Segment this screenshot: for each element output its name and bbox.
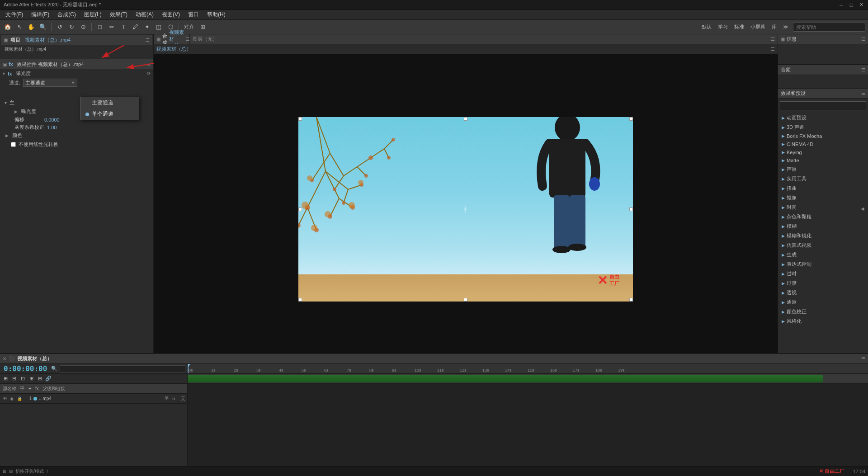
layer-ctrl-2[interactable]: ⊟	[10, 375, 18, 382]
menu-help[interactable]: 帮助(H)	[203, 10, 229, 19]
project-tab[interactable]: 视频素材（总）.mp4	[25, 37, 71, 43]
maximize-button[interactable]: □	[848, 2, 854, 8]
rotate2-tool[interactable]: ↻	[66, 22, 76, 32]
effect-blur[interactable]: ▶ 模糊	[778, 222, 868, 231]
effect-stylize[interactable]: ▶ 风格化	[778, 316, 868, 326]
menu-composition[interactable]: 合成(C)	[54, 10, 80, 19]
effect-3d-channel[interactable]: ▶ 3D 声道	[778, 123, 868, 132]
pen-tool[interactable]: ✏	[107, 22, 117, 32]
effect-generate[interactable]: ▶ 生成	[778, 250, 868, 259]
orbit-tool[interactable]: ⊙	[78, 22, 88, 32]
taskbar-btn-3[interactable]: ↑	[47, 469, 49, 474]
expand-icon[interactable]: ≫	[781, 24, 790, 30]
channel-dropdown-menu[interactable]: 主要通道 单个通道	[80, 97, 139, 120]
search-input[interactable]	[793, 23, 865, 32]
preset-library[interactable]: 库	[770, 24, 778, 30]
menu-layer[interactable]: 图层(L)	[80, 10, 105, 19]
layer-solo[interactable]: ◉	[10, 396, 15, 401]
menu-effects[interactable]: 效果(T)	[106, 10, 131, 19]
timeline-close-icon[interactable]: ✕	[3, 356, 6, 361]
source-tab-label[interactable]: 视频素材（总）	[156, 46, 191, 52]
effect-perspective[interactable]: ▶ 透视	[778, 288, 868, 297]
hand-tool[interactable]: ✋	[26, 22, 36, 32]
color-row[interactable]: ▶ 颜色	[0, 131, 153, 140]
select-tool[interactable]: ↖	[14, 22, 24, 32]
channel-select[interactable]: 主要通道 ▼	[23, 79, 77, 87]
layer-ctrl-4[interactable]: ⊞	[28, 375, 35, 382]
layer-ctrl-3[interactable]: ⊡	[19, 375, 26, 382]
effect-time[interactable]: ▶ 时间	[778, 203, 868, 212]
home-button[interactable]: 🏠	[3, 22, 13, 32]
single-channel-label[interactable]: 单个通道	[92, 110, 113, 118]
preset-small[interactable]: 小屏幕	[749, 24, 767, 30]
close-button[interactable]: ✕	[858, 2, 864, 8]
effect-blur-sharpen[interactable]: ▶ 模糊和锐化	[778, 231, 868, 240]
preset-default[interactable]: 默认	[700, 24, 713, 30]
right-panel-menu[interactable]: ☰	[861, 37, 865, 42]
layer-flat[interactable]: 平	[165, 396, 169, 401]
offset-value[interactable]: 0.0000	[44, 117, 60, 123]
layer-lock[interactable]: 🔒	[17, 396, 23, 401]
preset-learn[interactable]: 学习	[716, 24, 730, 30]
main-channel-label[interactable]: 主要通道	[92, 99, 113, 107]
layer-ctrl-1[interactable]: ⊞	[2, 375, 9, 382]
search-layer-btn[interactable]: 🔍	[51, 365, 58, 372]
window-controls[interactable]: ─ □ ✕	[838, 2, 864, 8]
effects-menu-icon[interactable]: ☰	[146, 62, 151, 67]
effect-obsolete[interactable]: ▶ 过时	[778, 269, 868, 278]
effect-expression[interactable]: ▶ 表达式控制	[778, 259, 868, 269]
text-tool[interactable]: T	[118, 22, 128, 32]
menu-file[interactable]: 文件(F)	[2, 10, 27, 19]
effect-channel[interactable]: ▶ 声道	[778, 165, 868, 174]
effect-simulation[interactable]: ▶ 仿真式视频	[778, 240, 868, 250]
audio-menu[interactable]: ☰	[861, 67, 865, 72]
effects-search-input[interactable]	[780, 101, 866, 110]
taskbar-btn-1[interactable]: ⊞	[3, 469, 6, 474]
playhead[interactable]	[188, 364, 189, 373]
effect-boris[interactable]: ▶ Boris FX Mocha	[778, 132, 868, 140]
rotate-tool[interactable]: ↺	[55, 22, 65, 32]
project-menu-icon[interactable]: ☰	[146, 38, 150, 42]
reset-icon[interactable]: ⟳	[147, 71, 151, 76]
effects-presets-menu[interactable]: ☰	[861, 91, 865, 96]
menu-window[interactable]: 窗口	[184, 10, 203, 19]
effect-cinema4d[interactable]: ▶ CINEMA 4D	[778, 140, 868, 148]
source-tab-menu[interactable]: ☰	[771, 47, 775, 52]
eraser-tool[interactable]: ◫	[154, 22, 164, 32]
no-linear-checkbox[interactable]	[11, 142, 16, 147]
effect-utility[interactable]: ▶ 实用工具	[778, 174, 868, 184]
comp-menu-icon[interactable]: ☰	[186, 37, 190, 42]
align-btn[interactable]: ⊞	[198, 22, 208, 32]
zoom-tool[interactable]: 🔍	[38, 22, 48, 32]
paint-tool[interactable]: 🖊	[130, 22, 140, 32]
effect-keying[interactable]: ▶ Keying	[778, 148, 868, 156]
menu-edit[interactable]: 编辑(E)	[28, 10, 53, 19]
layer-ctrl-5[interactable]: ⊟	[36, 375, 43, 382]
minimize-button[interactable]: ─	[838, 2, 844, 8]
option-main-channel[interactable]: 主要通道	[81, 97, 139, 108]
panel-collapse-icon[interactable]: ◀	[861, 206, 864, 211]
clone-tool[interactable]: ✦	[142, 22, 152, 32]
option-single-channel[interactable]: 单个通道	[81, 108, 139, 120]
menu-view[interactable]: 视图(V)	[158, 10, 184, 19]
exposure-effect-row[interactable]: ▼ fx 曝光度 ⟳	[0, 69, 153, 78]
layer-fx-indicator[interactable]: fx	[172, 396, 175, 401]
effect-color-correction[interactable]: ▶ 颜色校正	[778, 307, 868, 316]
rect-tool[interactable]: □	[95, 22, 105, 32]
effect-matte[interactable]: ▶ Matte	[778, 156, 868, 165]
layer-ctrl-6[interactable]: 🔗	[45, 375, 52, 382]
track-bar-1[interactable]	[188, 375, 823, 382]
effect-keying2[interactable]: ▶ 抠像	[778, 193, 868, 203]
effect-distort[interactable]: ▶ 扭曲	[778, 184, 868, 193]
layer-visibility[interactable]: 👁	[2, 396, 8, 402]
layer-menu-icon[interactable]: ☰	[771, 37, 775, 42]
effect-transition[interactable]: ▶ 过渡	[778, 278, 868, 288]
gamma-value[interactable]: 1.00	[47, 125, 57, 130]
preset-standard[interactable]: 标准	[732, 24, 746, 30]
layer-parent[interactable]: 无	[181, 396, 185, 402]
taskbar-btn-2[interactable]: ⊟	[9, 469, 13, 474]
effect-channel2[interactable]: ▶ 通道	[778, 297, 868, 307]
switch-mode-label[interactable]: 切换开关/模式	[15, 468, 44, 475]
menu-animation[interactable]: 动画(A)	[132, 10, 157, 19]
timeline-menu[interactable]: ☰	[861, 356, 865, 361]
